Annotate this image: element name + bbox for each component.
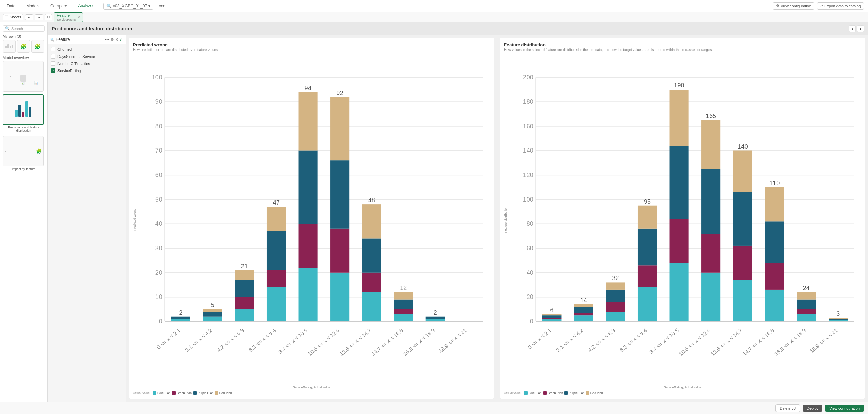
legend-green-plan: Green Plan: [172, 391, 192, 395]
feature-item[interactable]: ServiceRating: [49, 67, 124, 74]
red-plan-color-2: [586, 391, 589, 395]
nav-models[interactable]: Models: [23, 2, 42, 10]
feature-panel-title: 🔍 Feature: [50, 37, 70, 42]
predicted-wrong-title: Predicted wrong: [133, 42, 490, 47]
sidebar: 🔍 Search My own (3) 🧩 🧩 Model overview: [0, 22, 48, 402]
view-config-top-button[interactable]: ⚙ View configuration: [773, 2, 814, 10]
close-tab-icon[interactable]: ✕: [77, 15, 80, 19]
export-button[interactable]: ↗ Export data to catalog: [817, 2, 864, 10]
svg-text:4.2 <= x < 6.3: 4.2 <= x < 6.3: [216, 327, 245, 353]
svg-text:95: 95: [644, 198, 651, 205]
red-plan-label: Red Plan: [219, 391, 232, 395]
svg-text:6.3 <= x < 8.4: 6.3 <= x < 8.4: [248, 327, 277, 353]
view-config-bottom-button[interactable]: View configuration: [825, 405, 864, 412]
svg-rect-22: [171, 319, 190, 321]
svg-rect-146: [797, 300, 816, 309]
svg-rect-145: [797, 309, 816, 314]
feature-checkbox[interactable]: [51, 54, 55, 59]
nav-compare[interactable]: Compare: [48, 2, 70, 10]
feature-tab[interactable]: Feature ServiceRating ✕: [54, 12, 83, 22]
content-body: 🔍 Feature ••• ⚙ ✕ ✓ ChurnedDaysSinceLast…: [48, 35, 868, 402]
svg-rect-28: [203, 309, 222, 312]
svg-rect-144: [797, 314, 816, 321]
model-overview-section: Model overview: [3, 55, 45, 60]
svg-rect-56: [362, 273, 381, 292]
impact-card[interactable]: ↙ 🧩: [3, 136, 44, 166]
svg-text:10.5 <= x < 12.6: 10.5 <= x < 12.6: [678, 327, 712, 357]
green-plan-label: Green Plan: [177, 391, 192, 395]
svg-rect-135: [733, 150, 752, 192]
svg-rect-141: [765, 187, 784, 221]
svg-text:200: 200: [523, 74, 533, 81]
svg-text:100: 100: [523, 196, 533, 203]
check-icon[interactable]: ✓: [120, 37, 123, 42]
feature-dist-title: Feature distribution: [504, 42, 861, 47]
svg-rect-43: [299, 268, 318, 321]
page-title: Predictions and feature distribution: [52, 26, 132, 31]
content-area: Predictions and feature distribution ‹ ›…: [48, 22, 868, 402]
svg-text:180: 180: [523, 98, 533, 105]
more-options-icon[interactable]: •••: [159, 3, 165, 9]
feature-checkbox[interactable]: [51, 47, 55, 51]
svg-rect-128: [701, 169, 720, 234]
gear-icon[interactable]: ⚙: [111, 37, 114, 42]
svg-text:0: 0: [530, 318, 533, 325]
sidebar-card-3[interactable]: 🧩: [31, 40, 44, 53]
svg-rect-49: [330, 273, 349, 321]
svg-rect-67: [426, 319, 445, 321]
more-icon[interactable]: •••: [105, 37, 109, 42]
model-search[interactable]: 🔍 v03_XGBC_01_07 ▾: [103, 3, 153, 10]
svg-text:92: 92: [336, 90, 343, 96]
predicted-wrong-chart: Predicted wrong 010203040506070809010020…: [133, 54, 490, 385]
predictions-card[interactable]: [3, 94, 44, 125]
feature-item[interactable]: NumberOfPenalties: [49, 60, 124, 67]
feature-name: Churned: [57, 47, 72, 51]
feature-dist-legend: Actual value Blue Plan Green Plan Purple…: [504, 391, 861, 395]
svg-text:40: 40: [527, 269, 533, 276]
feature-dist-panel: Feature distribution How values in the s…: [500, 38, 865, 399]
back-button[interactable]: ←: [25, 14, 33, 20]
sheets-button[interactable]: ☰ Sheets: [3, 14, 23, 20]
sidebar-card-1[interactable]: [3, 40, 16, 53]
collapse-button[interactable]: ‹: [849, 25, 856, 32]
svg-rect-111: [606, 282, 625, 289]
svg-rect-105: [574, 304, 593, 307]
feature-item[interactable]: Churned: [49, 46, 124, 53]
feature-checkbox[interactable]: [51, 68, 55, 73]
refresh-button[interactable]: ↺: [45, 14, 52, 20]
sidebar-card-2[interactable]: 🧩: [17, 40, 30, 53]
main-layout: 🔍 Search My own (3) 🧩 🧩 Model overview: [0, 22, 868, 402]
svg-rect-26: [203, 317, 222, 321]
forward-button[interactable]: →: [35, 14, 43, 20]
top-nav: Data Models Compare Analyze 🔍 v03_XGBC_0…: [0, 0, 868, 12]
export-icon: ↗: [820, 4, 823, 8]
expand-button[interactable]: ›: [857, 25, 864, 32]
svg-text:47: 47: [273, 199, 280, 206]
feature-item[interactable]: DaysSinceLastService: [49, 53, 124, 60]
svg-text:32: 32: [612, 275, 619, 282]
svg-rect-147: [797, 292, 816, 299]
svg-text:48: 48: [368, 197, 375, 204]
purple-plan-label-2: Purple Plan: [569, 391, 585, 395]
delete-button[interactable]: Delete v3: [775, 404, 800, 412]
nav-analyze[interactable]: Analyze: [75, 2, 95, 10]
svg-text:10: 10: [155, 293, 162, 300]
svg-rect-117: [638, 206, 657, 229]
feature-checkbox[interactable]: [51, 61, 55, 66]
red-plan-color: [215, 391, 218, 395]
sidebar-search[interactable]: 🔍 Search: [3, 25, 45, 32]
nav-data[interactable]: Data: [4, 2, 18, 10]
svg-text:6.3 <= x < 8.4: 6.3 <= x < 8.4: [619, 327, 648, 353]
svg-rect-108: [606, 312, 625, 321]
svg-rect-58: [362, 204, 381, 238]
close-panel-icon[interactable]: ✕: [115, 37, 118, 42]
svg-text:140: 140: [738, 143, 748, 150]
model-overview-card[interactable]: ↙ 📊 📊: [3, 61, 44, 92]
svg-rect-63: [394, 300, 413, 309]
svg-text:16.8 <= x < 18.9: 16.8 <= x < 18.9: [402, 327, 436, 357]
deploy-button[interactable]: Deploy: [803, 405, 822, 412]
legend-purple-plan: Purple Plan: [193, 391, 214, 395]
feature-name: DaysSinceLastService: [57, 54, 95, 59]
settings-icon: ⚙: [776, 4, 779, 8]
feature-panel-actions: ••• ⚙ ✕ ✓: [105, 37, 123, 42]
